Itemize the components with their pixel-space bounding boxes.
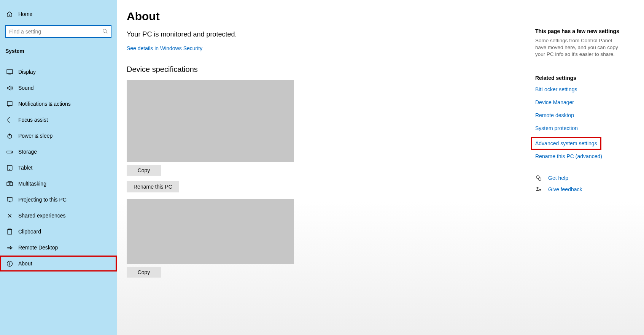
link-remote-desktop[interactable]: Remote desktop [535, 112, 623, 118]
new-settings-description: Some settings from Control Panel have mo… [535, 37, 623, 58]
device-specifications-block [127, 80, 294, 162]
notifications-icon [6, 100, 13, 107]
svg-point-15 [537, 187, 539, 189]
clipboard-icon [6, 228, 13, 235]
sidebar-item-display[interactable]: Display [0, 64, 117, 80]
svg-rect-2 [7, 102, 12, 106]
main-content: About Your PC is monitored and protected… [117, 0, 644, 335]
svg-point-0 [103, 29, 107, 32]
sidebar-item-label: Sound [18, 85, 33, 91]
sidebar-item-storage[interactable]: Storage [0, 144, 117, 160]
power-icon [6, 132, 13, 139]
svg-rect-16 [539, 189, 541, 191]
settings-sidebar: Home System Display Sound Notifications … [0, 0, 117, 335]
sidebar-item-label: Focus assist [18, 117, 48, 123]
right-panel: This page has a few new settings Some se… [535, 28, 623, 193]
page-title: About [127, 10, 633, 23]
link-rename-pc-advanced[interactable]: Rename this PC (advanced) [535, 153, 623, 159]
related-settings-links: BitLocker settings Device Manager Remote… [535, 86, 623, 159]
home-icon [6, 11, 13, 17]
sidebar-item-label: Notifications & actions [18, 101, 71, 107]
search-input[interactable] [9, 29, 102, 35]
storage-icon [6, 148, 13, 155]
sidebar-item-tablet[interactable]: Tablet [0, 160, 117, 176]
sidebar-item-label: Multitasking [18, 181, 46, 187]
about-icon [6, 260, 13, 267]
remote-desktop-icon [6, 244, 13, 251]
give-feedback-label: Give feedback [548, 186, 582, 192]
sidebar-item-label: Storage [18, 149, 37, 155]
sidebar-item-projecting[interactable]: Projecting to this PC [0, 192, 117, 208]
sidebar-item-multitasking[interactable]: Multitasking [0, 176, 117, 192]
sidebar-item-power-sleep[interactable]: Power & sleep [0, 128, 117, 144]
sidebar-item-shared-experiences[interactable]: Shared experiences [0, 208, 117, 224]
sidebar-item-label: Remote Desktop [18, 245, 58, 251]
give-feedback-link[interactable]: Give feedback [535, 186, 623, 193]
feedback-icon [535, 186, 542, 193]
sidebar-section-system: System [0, 44, 117, 64]
get-help-link[interactable]: Get help [535, 175, 623, 181]
sidebar-item-label: Display [18, 69, 36, 75]
sound-icon [6, 84, 13, 91]
search-icon [102, 29, 108, 35]
shared-experiences-icon [6, 212, 13, 219]
sidebar-home-label: Home [18, 11, 32, 17]
sidebar-item-label: Tablet [18, 165, 32, 171]
display-icon [6, 68, 13, 75]
sidebar-item-remote-desktop[interactable]: Remote Desktop [0, 240, 117, 256]
related-settings-title: Related settings [535, 75, 623, 81]
sidebar-item-label: Projecting to this PC [18, 197, 67, 203]
svg-rect-7 [7, 182, 9, 186]
get-help-label: Get help [548, 175, 568, 181]
svg-rect-1 [7, 70, 13, 74]
svg-point-5 [11, 152, 11, 152]
sidebar-item-notifications[interactable]: Notifications & actions [0, 96, 117, 112]
svg-point-14 [539, 178, 541, 180]
windows-specifications-block [127, 199, 294, 264]
sidebar-item-label: Clipboard [18, 229, 41, 235]
rename-pc-button[interactable]: Rename this PC [127, 181, 179, 192]
multitasking-icon [6, 180, 13, 187]
copy-windows-specs-button[interactable]: Copy [127, 267, 161, 278]
sidebar-item-clipboard[interactable]: Clipboard [0, 224, 117, 240]
focus-assist-icon [6, 116, 13, 123]
new-settings-title: This page has a few new settings [535, 28, 623, 34]
windows-security-link[interactable]: See details in Windows Security [127, 45, 202, 51]
sidebar-item-label: Power & sleep [18, 133, 52, 139]
tablet-icon [6, 164, 13, 171]
sidebar-item-label: Shared experiences [18, 213, 66, 219]
link-bitlocker-settings[interactable]: BitLocker settings [535, 86, 623, 92]
link-system-protection[interactable]: System protection [535, 125, 623, 131]
get-help-icon [535, 175, 542, 181]
projecting-icon [6, 196, 13, 203]
copy-device-specs-button[interactable]: Copy [127, 165, 161, 176]
svg-rect-8 [10, 182, 12, 186]
sidebar-item-sound[interactable]: Sound [0, 80, 117, 96]
svg-rect-10 [8, 229, 12, 234]
sidebar-item-about[interactable]: About [0, 256, 117, 271]
svg-rect-9 [7, 197, 12, 201]
link-advanced-system-settings[interactable]: Advanced system settings [532, 138, 600, 149]
sidebar-item-focus-assist[interactable]: Focus assist [0, 112, 117, 128]
search-input-container[interactable] [5, 25, 111, 38]
sidebar-item-label: About [18, 260, 32, 267]
link-device-manager[interactable]: Device Manager [535, 99, 623, 105]
sidebar-item-home[interactable]: Home [0, 7, 117, 21]
